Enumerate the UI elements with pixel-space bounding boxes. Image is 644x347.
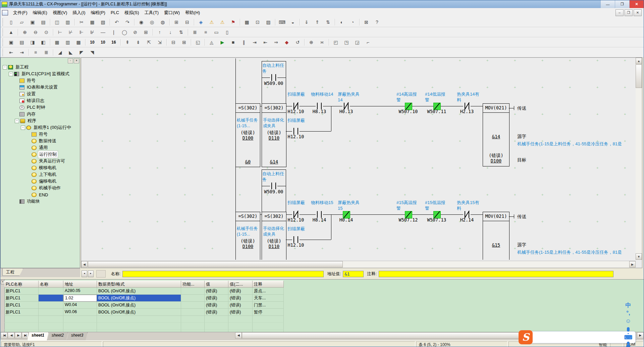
maximize-button[interactable]: ❐ xyxy=(615,0,629,8)
ime-emoji-icon[interactable]: ☺ xyxy=(624,317,633,325)
tb-sim-continue-icon[interactable]: ⇒ xyxy=(271,38,281,47)
tree-item-3[interactable]: 符号 xyxy=(26,77,37,84)
rung1-contact1-nc-contact-icon[interactable] xyxy=(292,103,300,109)
tree-item-11[interactable]: 符号 xyxy=(38,131,49,138)
scroll-up-icon[interactable]: ▲ xyxy=(636,58,642,64)
menu-6[interactable]: PLC xyxy=(108,9,122,16)
ime-microphone-icon[interactable] xyxy=(624,325,633,333)
ime-keyboard-icon[interactable]: ⌨ xyxy=(624,333,633,341)
tab-prev-icon[interactable]: ◀ xyxy=(8,332,14,339)
tree-item-8[interactable]: 内存 xyxy=(26,111,37,117)
watch-cell[interactable] xyxy=(39,309,63,316)
table-row[interactable]: 新PLC11.02BOOL (On/Off,接点)(错误)(错误)天车... xyxy=(4,295,284,302)
tree-item-20[interactable]: END xyxy=(38,192,49,198)
split-right-icon[interactable]: ▸ xyxy=(88,270,94,277)
tb-indent-right-icon[interactable]: ⇥ xyxy=(17,48,27,57)
tb-differential-monitor-icon[interactable]: ≍ xyxy=(317,38,327,47)
tb-sim-break-icon[interactable]: ◆ xyxy=(282,38,292,47)
menu-7[interactable]: 模拟(S) xyxy=(122,9,142,16)
rung1-sblock1[interactable]: =S(302)机械手任务(1-15...(错误)D100&0 xyxy=(235,103,260,167)
tb-zoom-out-icon[interactable]: ⊖ xyxy=(31,28,41,37)
tb-print-preview-icon[interactable]: ◫ xyxy=(52,18,62,27)
tb-sim-pause-icon[interactable]: ∥ xyxy=(239,38,249,47)
ime-punctuation-icon[interactable]: °, xyxy=(624,309,633,317)
tb-sim-network-icon[interactable]: ⊟ xyxy=(168,38,178,47)
ladder-diagram[interactable]: ++++++++++++++++++++++++++++++++++++++++… xyxy=(81,58,636,260)
tb-replace-icon[interactable]: ◎ xyxy=(147,18,157,27)
tb-sim-run-icon[interactable]: ▶ xyxy=(217,38,227,47)
tb-go-prev-icon[interactable]: ⇱ xyxy=(144,38,154,47)
watch-cell[interactable] xyxy=(39,295,63,302)
tb-contact-nc-icon[interactable]: ⊬ xyxy=(66,28,76,37)
name-input[interactable] xyxy=(122,271,324,277)
tb-compile-icon[interactable]: ◈ xyxy=(196,18,206,27)
tb-grid-icon[interactable]: ⊞ xyxy=(171,18,181,27)
rung1-branch-no-contact-icon[interactable] xyxy=(270,74,277,81)
watch-cell[interactable]: (错误) xyxy=(228,295,253,302)
menu-3[interactable]: 视图(V) xyxy=(50,9,70,16)
menu-1[interactable]: 文件(F) xyxy=(10,9,30,16)
tb-cross-ref-4-icon[interactable]: ◥ xyxy=(87,48,97,57)
ime-toolbar[interactable]: S 中°,☺⌨简∷ xyxy=(523,331,636,343)
tb-find-icon[interactable]: ◉ xyxy=(136,18,146,27)
watch-col-header[interactable]: PLC名称 xyxy=(4,281,39,288)
tb-function-block-icon[interactable]: ▯ xyxy=(222,28,232,37)
menu-9[interactable]: 窗口(W) xyxy=(161,9,182,16)
watch-cell[interactable]: 新PLC1 xyxy=(4,288,39,295)
minimize-button[interactable]: — xyxy=(600,0,615,8)
tb-paste-icon[interactable]: ▧ xyxy=(98,18,108,27)
watch-col-header[interactable]: 值 xyxy=(205,281,228,288)
tab-project[interactable]: 工程 xyxy=(2,268,23,276)
tb-sim-stop-icon[interactable]: ■ xyxy=(228,38,238,47)
tb-contact-no-icon[interactable]: ⊢ xyxy=(55,28,65,37)
watch-cell[interactable]: W0.04 xyxy=(63,302,97,309)
tb-select-arrow-icon[interactable]: ▲ xyxy=(6,28,16,37)
tb-print-icon[interactable]: ▤ xyxy=(38,18,48,27)
tb-compare-icon[interactable]: ⇅ xyxy=(323,18,333,27)
tree-item-13[interactable]: 通用 xyxy=(38,144,49,151)
tb-contact-or-nc-icon[interactable]: ⊮ xyxy=(87,28,97,37)
tb-sim-step-icon[interactable]: ⇥ xyxy=(250,38,260,47)
tab-first-icon[interactable]: |◀ xyxy=(1,332,7,339)
watch-cell[interactable] xyxy=(39,288,63,295)
watch-cell[interactable]: 天车... xyxy=(253,295,284,302)
tb-sim-reset-icon[interactable]: ↺ xyxy=(292,38,303,47)
tree-expand-icon[interactable]: − xyxy=(3,65,7,69)
tb-go-next-icon[interactable]: ⇲ xyxy=(155,38,165,47)
watch-col-header[interactable]: 数据类型/格式 xyxy=(97,281,181,288)
rung2-sblock1[interactable]: =S(302)机械手任务(1-15...(错误)D100&0 xyxy=(235,212,260,260)
watch-cell[interactable] xyxy=(181,295,205,302)
tree-item-17[interactable]: 上下电机 xyxy=(38,171,57,178)
watch-scroll-right-icon[interactable]: ▶ xyxy=(637,332,644,339)
tb-align-detail-icon[interactable]: ≣ xyxy=(41,48,51,57)
tb-block-program-icon[interactable]: ▭ xyxy=(211,28,221,37)
tree-expand-icon[interactable]: − xyxy=(15,119,19,123)
tb-properties-icon[interactable]: ⊟ xyxy=(182,18,192,27)
tb-go-bottom-icon[interactable]: ⇟ xyxy=(133,38,143,47)
tb-go-top-icon[interactable]: ⇞ xyxy=(122,38,132,47)
tb-cross-ref-3-icon[interactable]: ◤ xyxy=(76,48,87,57)
tb-work-online-icon[interactable]: ⌨ xyxy=(277,18,287,27)
tb-bookmark-1-icon[interactable]: ▣ xyxy=(6,38,16,47)
rung1-contact3-nc-contact-icon[interactable] xyxy=(342,103,350,109)
tb-zoom-in-icon[interactable]: ⊕ xyxy=(20,28,30,37)
tb-zoom-10b[interactable]: 10 xyxy=(98,38,108,47)
comment-input[interactable] xyxy=(379,271,613,277)
tb-bookmark-3-icon[interactable]: ◨ xyxy=(28,38,38,47)
watch-scroll-track[interactable] xyxy=(242,332,537,339)
tb-clock-icon[interactable]: ◔ xyxy=(347,18,358,27)
rung1-sblock2[interactable]: =S(302)手动选择化成夹具(错误)D110&14 xyxy=(262,103,286,167)
tb-bookmark-2-icon[interactable]: ▤ xyxy=(17,38,27,47)
ladder-horizontal-scrollbar[interactable]: ◀ ▶ xyxy=(81,261,636,268)
tb-view-ladder-icon[interactable]: ▩ xyxy=(73,38,84,47)
watch-cell[interactable]: A280.05 xyxy=(63,288,97,295)
tb-save-icon[interactable]: ▣ xyxy=(28,18,38,27)
tree-item-12[interactable]: 数据传送 xyxy=(38,138,57,144)
watch-cell[interactable]: BOOL (On/Off,接点) xyxy=(97,302,181,309)
menu-5[interactable]: 编程(P) xyxy=(88,9,108,16)
tb-online-edit-send-icon[interactable]: ◳ xyxy=(341,38,352,47)
tb-new-icon[interactable]: ▯ xyxy=(6,18,16,27)
tb-undo-icon[interactable]: ↶ xyxy=(112,18,122,27)
tb-cross-ref-2-icon[interactable]: ◣ xyxy=(66,48,76,57)
watch-cell[interactable]: (错误) xyxy=(205,302,228,309)
